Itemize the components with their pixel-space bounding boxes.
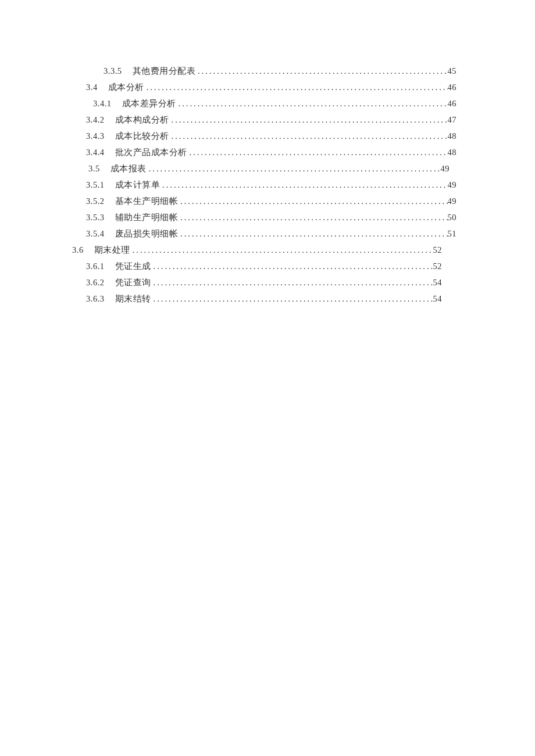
toc-entry-page: 51	[448, 225, 457, 242]
toc-entry-number: 3.5.4	[86, 225, 115, 242]
toc-entry: 3.5.4废品损失明细帐51	[86, 225, 456, 242]
toc-entry: 3.6.1凭证生成52	[86, 258, 442, 274]
toc-leader-dots	[151, 258, 433, 274]
toc-entry-page: 52	[433, 242, 443, 258]
toc-leader-dots	[160, 177, 448, 193]
toc-entry-page: 48	[448, 144, 457, 160]
toc-entry-page: 49	[441, 160, 450, 177]
toc-entry-title: 期末处理	[94, 242, 130, 258]
toc-entry-page: 47	[448, 112, 457, 128]
toc-entry: 3.4成本分析46	[86, 79, 456, 95]
toc-entry-page: 48	[448, 128, 457, 144]
toc-entry: 3.5.3辅助生产明细帐50	[86, 209, 456, 225]
toc-entry-page: 46	[448, 79, 457, 95]
toc-leader-dots	[144, 79, 448, 95]
toc-entry: 3.5.2基本生产明细帐49	[86, 193, 456, 209]
toc-entry-title: 成本计算单	[115, 177, 160, 193]
toc-entry-page: 49	[448, 177, 457, 193]
document-page: 3.3.5其他费用分配表453.4成本分析463.4.1成本差异分析463.4.…	[0, 0, 535, 756]
toc-entry: 3.4.1成本差异分析46	[93, 95, 456, 112]
toc-leader-dots	[176, 95, 448, 112]
toc-entry-number: 3.5.3	[86, 209, 115, 225]
toc-entry: 3.4.3成本比较分析48	[86, 128, 456, 144]
toc-leader-dots	[178, 225, 448, 242]
toc-entry-title: 期末结转	[115, 291, 151, 307]
toc-entry-number: 3.4.4	[86, 144, 115, 160]
toc-leader-dots	[151, 274, 433, 291]
toc-entry: 3.3.5其他费用分配表45	[104, 63, 456, 79]
toc-entry: 3.6期末处理52	[72, 242, 442, 258]
toc-entry-title: 辅助生产明细帐	[115, 209, 179, 225]
toc-entry: 3.4.4批次产品成本分析48	[86, 144, 456, 160]
toc-entry-page: 54	[433, 274, 443, 291]
toc-entry-title: 废品损失明细帐	[115, 225, 179, 242]
toc-leader-dots	[151, 291, 433, 307]
toc-leader-dots	[178, 209, 448, 225]
toc-leader-dots	[169, 128, 448, 144]
toc-entry-number: 3.6	[72, 242, 94, 258]
toc-entry-number: 3.5.1	[86, 177, 115, 193]
toc-entry-page: 45	[448, 63, 457, 79]
toc-leader-dots	[187, 144, 448, 160]
toc-entry-number: 3.3.5	[104, 63, 133, 79]
toc-leader-dots	[195, 63, 448, 79]
toc-entry: 3.6.2凭证查询54	[86, 274, 442, 291]
toc-entry-number: 3.6.1	[86, 258, 115, 274]
toc-entry: 3.4.2成本构成分析47	[86, 112, 456, 128]
toc-entry-page: 46	[448, 95, 457, 112]
toc-entry-number: 3.4.3	[86, 128, 115, 144]
toc-entry-page: 54	[433, 291, 443, 307]
toc-entry-title: 批次产品成本分析	[115, 144, 187, 160]
toc-leader-dots	[178, 193, 448, 209]
toc-entry-number: 3.5	[88, 160, 110, 177]
toc-entry: 3.6.3期末结转54	[86, 291, 442, 307]
toc-entry-number: 3.6.2	[86, 274, 115, 291]
toc-entry-page: 49	[448, 193, 457, 209]
toc-leader-dots	[130, 242, 433, 258]
toc-entry-number: 3.4	[86, 79, 108, 95]
toc-entry-title: 成本构成分析	[115, 112, 169, 128]
toc-entry-title: 其他费用分配表	[133, 63, 196, 79]
toc-entry-title: 成本比较分析	[115, 128, 169, 144]
toc-entry-title: 凭证生成	[115, 258, 151, 274]
table-of-contents: 3.3.5其他费用分配表453.4成本分析463.4.1成本差异分析463.4.…	[0, 63, 535, 307]
toc-entry-title: 凭证查询	[115, 274, 151, 291]
toc-entry: 3.5.1成本计算单49	[86, 177, 456, 193]
toc-entry-number: 3.4.1	[93, 95, 122, 112]
toc-entry: 3.5成本报表49	[88, 160, 450, 177]
toc-entry-title: 成本报表	[110, 160, 147, 177]
toc-entry-title: 基本生产明细帐	[115, 193, 179, 209]
toc-entry-number: 3.6.3	[86, 291, 115, 307]
toc-entry-page: 50	[448, 209, 457, 225]
toc-entry-page: 52	[433, 258, 443, 274]
toc-entry-title: 成本分析	[108, 79, 144, 95]
toc-entry-title: 成本差异分析	[122, 95, 176, 112]
toc-leader-dots	[169, 112, 448, 128]
toc-leader-dots	[147, 160, 441, 177]
toc-entry-number: 3.4.2	[86, 112, 115, 128]
toc-entry-number: 3.5.2	[86, 193, 115, 209]
